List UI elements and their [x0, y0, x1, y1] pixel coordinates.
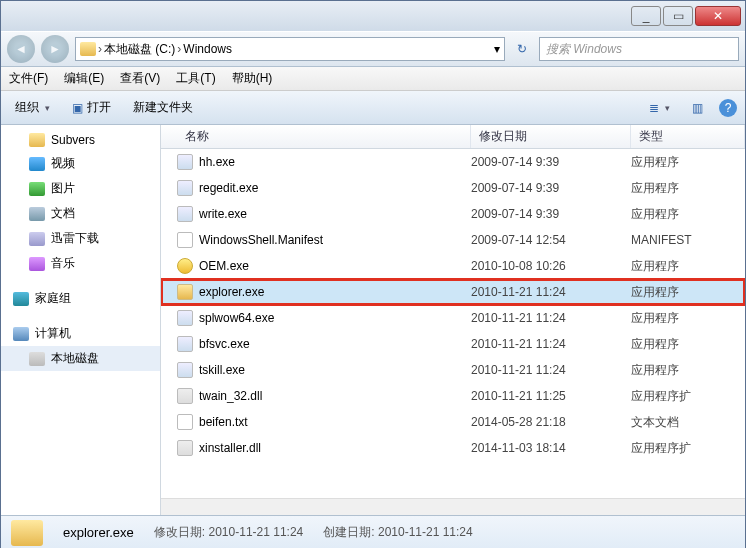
file-icon: [177, 388, 193, 404]
crumb-folder[interactable]: Windows: [183, 42, 232, 56]
file-icon: [177, 232, 193, 248]
file-row[interactable]: splwow64.exe2010-11-21 11:24应用程序: [161, 305, 745, 331]
forward-button[interactable]: ►: [41, 35, 69, 63]
close-button[interactable]: ✕: [695, 6, 741, 26]
col-type[interactable]: 类型: [631, 125, 745, 148]
file-type: 应用程序: [631, 258, 745, 275]
file-name: WindowsShell.Manifest: [199, 233, 323, 247]
file-row[interactable]: hh.exe2009-07-14 9:39应用程序: [161, 149, 745, 175]
explorer-window: _ ▭ ✕ ◄ ► › 本地磁盘 (C:) › Windows ▾ ↻ 搜索 W…: [0, 0, 746, 548]
sidebar-item[interactable]: 迅雷下载: [1, 226, 160, 251]
sidebar-item-icon: [29, 157, 45, 171]
file-type: 应用程序扩: [631, 440, 745, 457]
file-row[interactable]: OEM.exe2010-10-08 10:26应用程序: [161, 253, 745, 279]
sidebar-item[interactable]: 音乐: [1, 251, 160, 276]
file-date: 2009-07-14 9:39: [471, 207, 631, 221]
maximize-button[interactable]: ▭: [663, 6, 693, 26]
file-type: 应用程序: [631, 336, 745, 353]
sidebar-item-label: 迅雷下载: [51, 230, 99, 247]
menu-file[interactable]: 文件(F): [9, 70, 48, 87]
content-body: Subvers视频图片文档迅雷下载音乐 家庭组 计算机 本地磁盘 名称 修改日期…: [1, 125, 745, 515]
menu-help[interactable]: 帮助(H): [232, 70, 273, 87]
file-row[interactable]: bfsvc.exe2010-11-21 11:24应用程序: [161, 331, 745, 357]
status-modified: 修改日期: 2010-11-21 11:24: [154, 524, 303, 541]
file-icon: [177, 180, 193, 196]
preview-pane-button[interactable]: ▥: [686, 98, 709, 118]
file-date: 2009-07-14 9:39: [471, 155, 631, 169]
file-name: OEM.exe: [199, 259, 249, 273]
file-rows: hh.exe2009-07-14 9:39应用程序regedit.exe2009…: [161, 149, 745, 498]
file-row[interactable]: twain_32.dll2010-11-21 11:25应用程序扩: [161, 383, 745, 409]
file-row[interactable]: beifen.txt2014-05-28 21:18文本文档: [161, 409, 745, 435]
sidebar-item-icon: [29, 133, 45, 147]
file-date: 2010-11-21 11:24: [471, 363, 631, 377]
file-name: twain_32.dll: [199, 389, 262, 403]
crumb-drive[interactable]: 本地磁盘 (C:): [104, 41, 175, 58]
menu-tools[interactable]: 工具(T): [176, 70, 215, 87]
file-icon: [177, 258, 193, 274]
sidebar-computer[interactable]: 计算机: [1, 321, 160, 346]
file-type: 应用程序: [631, 180, 745, 197]
sidebar-item[interactable]: 视频: [1, 151, 160, 176]
sidebar-drive[interactable]: 本地磁盘: [1, 346, 160, 371]
file-type: 应用程序: [631, 154, 745, 171]
file-type: 应用程序扩: [631, 388, 745, 405]
status-bar: explorer.exe 修改日期: 2010-11-21 11:24 创建日期…: [1, 515, 745, 548]
file-date: 2009-07-14 12:54: [471, 233, 631, 247]
sidebar-item-icon: [29, 207, 45, 221]
file-row[interactable]: tskill.exe2010-11-21 11:24应用程序: [161, 357, 745, 383]
file-icon: [177, 414, 193, 430]
sidebar-item-label: 音乐: [51, 255, 75, 272]
view-mode-button[interactable]: ≣: [643, 98, 676, 118]
chevron-right-icon: ›: [98, 42, 102, 56]
crumb-dropdown-icon[interactable]: ▾: [494, 42, 500, 56]
menu-view[interactable]: 查看(V): [120, 70, 160, 87]
organize-button[interactable]: 组织: [9, 96, 56, 119]
menu-edit[interactable]: 编辑(E): [64, 70, 104, 87]
file-icon: [177, 154, 193, 170]
file-row[interactable]: WindowsShell.Manifest2009-07-14 12:54MAN…: [161, 227, 745, 253]
search-input[interactable]: 搜索 Windows: [539, 37, 739, 61]
file-name: explorer.exe: [199, 285, 264, 299]
file-name: splwow64.exe: [199, 311, 274, 325]
file-row[interactable]: regedit.exe2009-07-14 9:39应用程序: [161, 175, 745, 201]
drive-icon: [29, 352, 45, 366]
file-icon: [177, 362, 193, 378]
status-created: 创建日期: 2010-11-21 11:24: [323, 524, 472, 541]
chevron-right-icon: ›: [177, 42, 181, 56]
file-name: hh.exe: [199, 155, 235, 169]
file-date: 2010-11-21 11:24: [471, 285, 631, 299]
back-button[interactable]: ◄: [7, 35, 35, 63]
file-row[interactable]: explorer.exe2010-11-21 11:24应用程序: [161, 279, 745, 305]
sidebar-item-label: 视频: [51, 155, 75, 172]
file-row[interactable]: xinstaller.dll2014-11-03 18:14应用程序扩: [161, 435, 745, 461]
open-button[interactable]: ▣打开: [66, 96, 117, 119]
sidebar-homegroup[interactable]: 家庭组: [1, 286, 160, 311]
refresh-button[interactable]: ↻: [511, 38, 533, 60]
sidebar-item[interactable]: Subvers: [1, 129, 160, 151]
horizontal-scrollbar[interactable]: [161, 498, 745, 515]
file-type: 应用程序: [631, 362, 745, 379]
minimize-button[interactable]: _: [631, 6, 661, 26]
open-icon: ▣: [72, 101, 83, 115]
file-date: 2010-10-08 10:26: [471, 259, 631, 273]
file-list-pane: 名称 修改日期 类型 hh.exe2009-07-14 9:39应用程序rege…: [161, 125, 745, 515]
file-type: 应用程序: [631, 310, 745, 327]
new-folder-button[interactable]: 新建文件夹: [127, 96, 199, 119]
col-name[interactable]: 名称: [161, 125, 471, 148]
file-type: 文本文档: [631, 414, 745, 431]
sidebar-item-icon: [29, 182, 45, 196]
breadcrumb[interactable]: › 本地磁盘 (C:) › Windows ▾: [75, 37, 505, 61]
sidebar-item[interactable]: 图片: [1, 176, 160, 201]
nav-bar: ◄ ► › 本地磁盘 (C:) › Windows ▾ ↻ 搜索 Windows: [1, 31, 745, 67]
file-date: 2010-11-21 11:24: [471, 337, 631, 351]
sidebar-item-label: 文档: [51, 205, 75, 222]
sidebar-item[interactable]: 文档: [1, 201, 160, 226]
file-row[interactable]: write.exe2009-07-14 9:39应用程序: [161, 201, 745, 227]
nav-sidebar: Subvers视频图片文档迅雷下载音乐 家庭组 计算机 本地磁盘: [1, 125, 161, 515]
col-date[interactable]: 修改日期: [471, 125, 631, 148]
file-name: bfsvc.exe: [199, 337, 250, 351]
file-name: xinstaller.dll: [199, 441, 261, 455]
status-file-icon: [11, 520, 43, 546]
help-button[interactable]: ?: [719, 99, 737, 117]
